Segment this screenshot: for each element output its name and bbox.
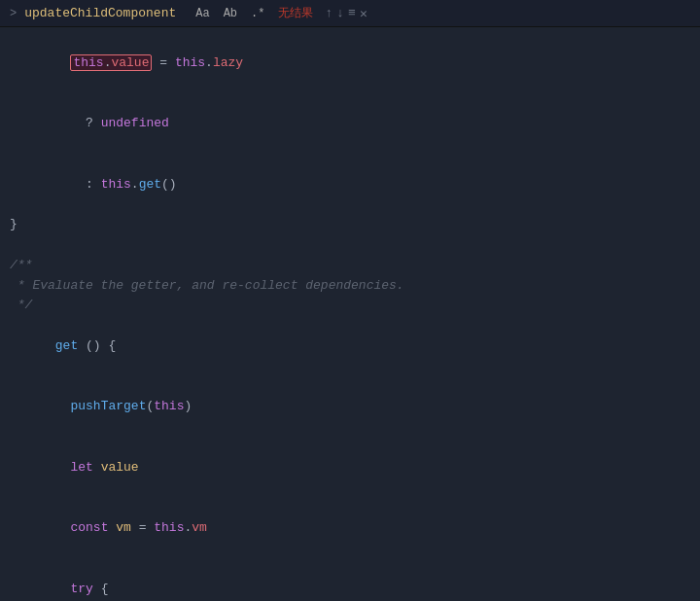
top-bar: > updateChildComponent Aa Ab .* 无结果 ↑ ↓ … xyxy=(0,0,700,27)
search-options: Aa Ab .* 无结果 xyxy=(192,5,313,22)
breadcrumb-arrow: > xyxy=(10,7,17,20)
regex-option[interactable]: .* xyxy=(247,5,268,22)
code-line: this.value = this.lazy xyxy=(0,33,700,93)
function-name: updateChildComponent xyxy=(24,6,176,20)
code-line: : this.get() xyxy=(0,155,700,215)
nav-menu-icon[interactable]: ≡ xyxy=(348,6,356,21)
case-sensitive-option[interactable]: Aa xyxy=(192,5,213,22)
code-line: try { xyxy=(0,559,700,601)
code-editor: this.value = this.lazy ? undefined : thi… xyxy=(0,27,700,601)
nav-down-icon[interactable]: ↓ xyxy=(336,6,344,21)
code-line: get () { xyxy=(0,316,700,376)
code-line: const vm = this.vm xyxy=(0,498,700,558)
highlight-this-value: this.value xyxy=(70,54,152,71)
nav-up-icon[interactable]: ↑ xyxy=(325,6,332,21)
code-line: ? undefined xyxy=(0,93,700,154)
code-line: * Evaluate the getter, and re-collect de… xyxy=(0,276,700,297)
no-result-label: 无结果 xyxy=(278,5,313,21)
code-line: */ xyxy=(0,296,700,316)
code-line xyxy=(0,235,700,256)
search-nav: ↑ ↓ ≡ ✕ xyxy=(325,6,367,21)
code-line: pushTarget(this) xyxy=(0,377,700,438)
code-line: /** xyxy=(0,256,700,276)
whole-word-option[interactable]: Ab xyxy=(220,5,241,22)
nav-close-icon[interactable]: ✕ xyxy=(360,6,368,21)
code-line: let value xyxy=(0,438,700,498)
code-line: } xyxy=(0,215,700,235)
